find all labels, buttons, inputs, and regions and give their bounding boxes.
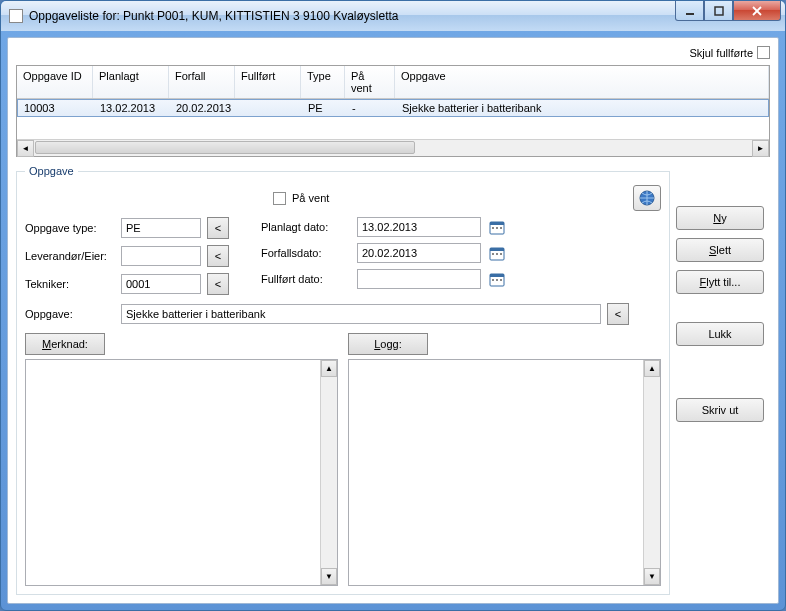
type-lookup-button[interactable]: < (207, 217, 229, 239)
task-lookup-button[interactable]: < (607, 303, 629, 325)
delete-button[interactable]: Slett (676, 238, 764, 262)
task-details: Oppgave På vent Oppgave type: < (16, 165, 670, 595)
task-legend: Oppgave (25, 165, 78, 177)
app-icon (9, 9, 23, 23)
maximize-button[interactable] (704, 1, 733, 21)
tech-label: Tekniker: (25, 278, 115, 290)
col-due[interactable]: Forfall (169, 66, 235, 98)
svg-rect-0 (686, 13, 694, 15)
svg-rect-11 (490, 248, 504, 251)
svg-rect-16 (490, 274, 504, 277)
svg-rect-8 (496, 227, 498, 229)
calendar-icon (489, 245, 505, 261)
svg-rect-6 (490, 222, 504, 225)
grid-header: Oppgave ID Planlagt Forfall Fullført Typ… (17, 66, 769, 99)
note-button[interactable]: Merknad: (25, 333, 105, 355)
col-type[interactable]: Type (301, 66, 345, 98)
calendar-icon (489, 271, 505, 287)
cell-type: PE (302, 100, 346, 116)
col-task[interactable]: Oppgave (395, 66, 769, 98)
col-planned[interactable]: Planlagt (93, 66, 169, 98)
window-controls (675, 1, 781, 21)
top-options: Skjul fullførte (16, 46, 770, 59)
cell-due: 20.02.2013 (170, 100, 236, 116)
hide-completed-label: Skjul fullførte (689, 47, 753, 59)
window-title: Oppgaveliste for: Punkt P001, KUM, KITTI… (29, 9, 675, 23)
due-calendar-button[interactable] (487, 243, 507, 263)
planned-calendar-button[interactable] (487, 217, 507, 237)
maximize-icon (714, 6, 724, 16)
hide-completed-checkbox[interactable] (757, 46, 770, 59)
onhold-checkbox[interactable] (273, 192, 286, 205)
svg-rect-1 (715, 7, 723, 15)
close-task-button[interactable]: Lukk (676, 322, 764, 346)
new-button[interactable]: Ny (676, 206, 764, 230)
task-label: Oppgave: (25, 308, 115, 320)
note-textarea[interactable]: ▲ ▼ (25, 359, 338, 586)
col-id[interactable]: Oppgave ID (17, 66, 93, 98)
print-button[interactable]: Skriv ut (676, 398, 764, 422)
type-label: Oppgave type: (25, 222, 115, 234)
scroll-up-icon[interactable]: ▲ (321, 360, 337, 377)
task-grid[interactable]: Oppgave ID Planlagt Forfall Fullført Typ… (16, 65, 770, 157)
cell-task: Sjekke batterier i batteribank (396, 100, 768, 116)
svg-rect-12 (492, 253, 494, 255)
cell-completed (236, 100, 302, 116)
vendor-label: Leverandør/Eier: (25, 250, 115, 262)
client-area: Skjul fullførte Oppgave ID Planlagt Forf… (7, 37, 779, 604)
col-onhold[interactable]: På vent (345, 66, 395, 98)
task-input[interactable] (121, 304, 601, 324)
planned-date-label: Planlagt dato: (261, 221, 351, 233)
svg-rect-7 (492, 227, 494, 229)
scroll-thumb[interactable] (35, 141, 415, 154)
vendor-input[interactable] (121, 246, 201, 266)
svg-rect-19 (500, 279, 502, 281)
col-completed[interactable]: Fullført (235, 66, 301, 98)
completed-date-label: Fullført dato: (261, 273, 351, 285)
horizontal-scrollbar[interactable]: ◄ ► (17, 139, 769, 156)
due-date-label: Forfallsdato: (261, 247, 351, 259)
svg-rect-9 (500, 227, 502, 229)
svg-rect-18 (496, 279, 498, 281)
minimize-icon (685, 6, 695, 16)
close-button[interactable] (733, 1, 781, 21)
form-grid: Oppgave type: < Leverandør/Eier: < Tekni… (25, 217, 661, 295)
globe-icon (638, 189, 656, 207)
vendor-lookup-button[interactable]: < (207, 245, 229, 267)
type-input[interactable] (121, 218, 201, 238)
cell-planned: 13.02.2013 (94, 100, 170, 116)
tech-input[interactable] (121, 274, 201, 294)
svg-rect-13 (496, 253, 498, 255)
table-row[interactable]: 10003 13.02.2013 20.02.2013 PE - Sjekke … (17, 99, 769, 117)
scroll-left-icon[interactable]: ◄ (17, 140, 34, 157)
log-textarea[interactable]: ▲ ▼ (348, 359, 661, 586)
grid-body: 10003 13.02.2013 20.02.2013 PE - Sjekke … (17, 99, 769, 139)
scroll-right-icon[interactable]: ► (752, 140, 769, 157)
titlebar[interactable]: Oppgaveliste for: Punkt P001, KUM, KITTI… (1, 1, 785, 31)
due-date-input[interactable] (357, 243, 481, 263)
calendar-icon (489, 219, 505, 235)
cell-onhold: - (346, 100, 396, 116)
action-buttons: Ny Slett Flytt til... Lukk Skriv ut (676, 206, 764, 422)
svg-rect-14 (500, 253, 502, 255)
move-button[interactable]: Flytt til... (676, 270, 764, 294)
scroll-down-icon[interactable]: ▼ (321, 568, 337, 585)
onhold-label: På vent (292, 192, 329, 204)
close-icon (751, 6, 763, 16)
scroll-down-icon[interactable]: ▼ (644, 568, 660, 585)
onhold-row: På vent (273, 192, 329, 205)
tech-lookup-button[interactable]: < (207, 273, 229, 295)
cell-id: 10003 (18, 100, 94, 116)
planned-date-input[interactable] (357, 217, 481, 237)
minimize-button[interactable] (675, 1, 704, 21)
svg-rect-17 (492, 279, 494, 281)
completed-calendar-button[interactable] (487, 269, 507, 289)
globe-button[interactable] (633, 185, 661, 211)
app-window: Oppgaveliste for: Punkt P001, KUM, KITTI… (0, 0, 786, 611)
scroll-track[interactable] (34, 140, 752, 157)
log-button[interactable]: Logg: (348, 333, 428, 355)
scroll-up-icon[interactable]: ▲ (644, 360, 660, 377)
log-scrollbar[interactable]: ▲ ▼ (643, 360, 660, 585)
completed-date-input[interactable] (357, 269, 481, 289)
note-scrollbar[interactable]: ▲ ▼ (320, 360, 337, 585)
